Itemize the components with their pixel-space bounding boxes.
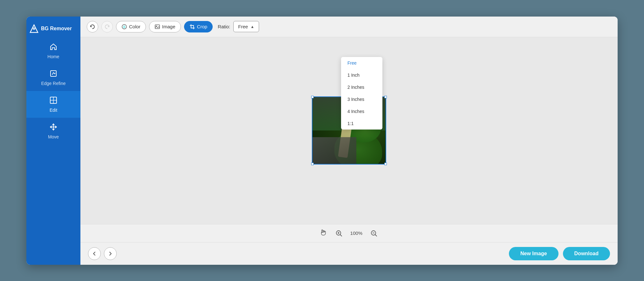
ratio-label: Ratio: — [218, 24, 230, 29]
footer-actions: New Image Download — [509, 247, 610, 260]
new-image-button[interactable]: New Image — [509, 247, 558, 260]
image-icon — [154, 24, 160, 30]
prev-icon — [92, 251, 97, 256]
sidebar-label-edge-refine: Edge Refine — [41, 81, 65, 86]
crop-button[interactable]: Crop — [184, 21, 213, 32]
ratio-option-1-1[interactable]: 1:1 — [341, 117, 382, 130]
ratio-option-1inch[interactable]: 1 Inch — [341, 69, 382, 81]
svg-line-12 — [340, 235, 342, 236]
zoom-in-button[interactable] — [334, 228, 344, 238]
sidebar-item-move[interactable]: Move — [26, 118, 80, 144]
svg-rect-2 — [51, 71, 56, 76]
edit-icon — [49, 96, 58, 106]
dropdown-arrow-icon: ▲ — [250, 25, 254, 29]
sidebar-item-home[interactable]: Home — [26, 38, 80, 64]
ratio-option-free[interactable]: Free — [341, 57, 382, 69]
undo-button[interactable] — [87, 21, 98, 32]
color-button[interactable]: Color — [116, 21, 146, 32]
hand-icon — [319, 228, 327, 236]
prev-button[interactable] — [88, 247, 101, 260]
color-icon — [121, 24, 127, 30]
svg-point-1 — [33, 27, 35, 30]
logo-icon — [30, 24, 38, 33]
bottom-toolbar: 100% — [80, 224, 618, 242]
svg-line-15 — [375, 235, 377, 236]
crop-handle-bl[interactable] — [311, 163, 314, 165]
crop-handle-tr[interactable] — [384, 96, 387, 98]
sidebar-label-home: Home — [47, 54, 59, 59]
download-button[interactable]: Download — [563, 247, 610, 260]
zoom-out-icon — [370, 230, 377, 237]
next-icon — [108, 251, 113, 256]
footer: New Image Download — [80, 242, 618, 265]
color-label: Color — [129, 24, 140, 29]
canvas-area: Free 1 Inch 2 Inches 3 Inches 4 Inches 1… — [80, 37, 618, 224]
toolbar: Color Image Crop Ratio: Free — [80, 17, 618, 37]
ratio-dropdown-menu: Free 1 Inch 2 Inches 3 Inches 4 Inches 1… — [341, 57, 382, 130]
crop-handle-br[interactable] — [384, 163, 387, 165]
crop-label: Crop — [197, 24, 208, 29]
app-logo: BG Remover — [26, 20, 80, 38]
crop-handle-tl[interactable] — [311, 96, 314, 98]
ratio-option-2inches[interactable]: 2 Inches — [341, 81, 382, 93]
sidebar-item-edit[interactable]: Edit — [26, 91, 80, 118]
redo-button[interactable] — [101, 21, 113, 32]
home-icon — [49, 43, 58, 52]
zoom-level: 100% — [350, 230, 362, 236]
image-button[interactable]: Image — [149, 21, 181, 32]
main-content: Color Image Crop Ratio: Free — [80, 17, 618, 265]
ratio-option-4inches[interactable]: 4 Inches — [341, 105, 382, 117]
zoom-in-icon — [335, 230, 342, 237]
pan-tool-button[interactable] — [319, 228, 327, 238]
sidebar-label-edit: Edit — [50, 108, 57, 113]
zoom-out-button[interactable] — [369, 228, 379, 238]
image-label: Image — [162, 24, 175, 29]
app-title: BG Remover — [41, 26, 72, 32]
crop-icon — [189, 24, 195, 30]
undo-icon — [90, 24, 95, 30]
redo-icon — [104, 24, 110, 30]
ratio-option-3inches[interactable]: 3 Inches — [341, 93, 382, 105]
sidebar-label-move: Move — [48, 134, 59, 139]
sidebar: BG Remover Home Edge Refine — [26, 17, 80, 265]
ratio-value: Free — [238, 24, 248, 29]
footer-navigation — [88, 247, 117, 260]
ratio-dropdown[interactable]: Free ▲ — [233, 21, 259, 32]
sidebar-item-edge-refine[interactable]: Edge Refine — [26, 64, 80, 91]
next-button[interactable] — [104, 247, 117, 260]
edge-refine-icon — [49, 69, 58, 79]
move-icon — [49, 123, 58, 132]
